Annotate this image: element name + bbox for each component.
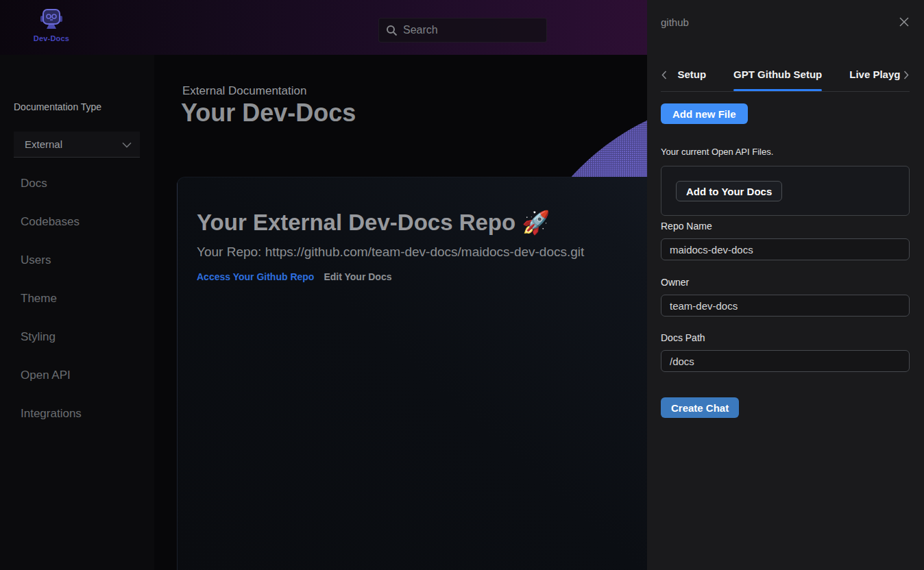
sidebar-item-open-api[interactable]: Open API [0, 356, 154, 395]
sidebar-item-styling[interactable]: Styling [0, 318, 154, 356]
chevron-left-icon[interactable] [661, 69, 668, 79]
edit-your-docs-link[interactable]: Edit Your Docs [324, 271, 391, 282]
tab-gpt-github-setup-label: GPT Github Setup [733, 69, 822, 80]
doc-type-section-label: Documentation Type [14, 101, 101, 112]
open-api-files-note: Your current Open API Files. [661, 147, 910, 157]
sidebar-nav: Docs Codebases Users Theme Styling Open … [0, 164, 154, 433]
create-chat-button[interactable]: Create Chat [661, 397, 739, 418]
chevron-right-icon[interactable] [903, 69, 910, 79]
drawer-tabs: Setup GPT Github Setup Live Playgrou [661, 69, 910, 92]
tab-live-playground[interactable]: Live Playgrou [849, 69, 899, 90]
breadcrumb: External Documentation [182, 84, 306, 98]
add-new-file-button[interactable]: Add new File [661, 103, 748, 124]
github-drawer-panel: github Setup GPT Github Setup Live Playg… [647, 0, 924, 570]
owner-label: Owner [661, 277, 910, 288]
close-icon[interactable] [897, 15, 911, 29]
sidebar-item-theme[interactable]: Theme [0, 280, 154, 318]
owner-input[interactable] [661, 295, 910, 317]
logo-wordmark: Dev-Docs [32, 34, 71, 42]
repo-name-label: Repo Name [661, 221, 910, 232]
search-input[interactable] [403, 24, 545, 36]
tab-gpt-github-setup[interactable]: GPT Github Setup [733, 69, 822, 90]
drawer-title: github [661, 16, 689, 28]
sidebar-item-users[interactable]: Users [0, 241, 154, 280]
app-logo[interactable]: Dev-Docs [32, 7, 71, 42]
page-title: Your Dev-Docs [181, 99, 356, 127]
drawer-header: github [661, 0, 910, 27]
access-github-repo-link[interactable]: Access Your Github Repo [197, 271, 314, 282]
chevron-down-icon [122, 138, 132, 151]
search-icon [386, 25, 398, 36]
doc-type-select[interactable]: External [14, 132, 140, 158]
active-tab-indicator [733, 89, 822, 91]
global-search[interactable] [378, 18, 547, 42]
docs-path-label: Docs Path [661, 332, 910, 343]
sidebar-item-codebases[interactable]: Codebases [0, 203, 154, 241]
repo-name-input[interactable] [661, 238, 910, 260]
sidebar-item-integrations[interactable]: Integrations [0, 395, 154, 433]
sidebar-item-docs[interactable]: Docs [0, 164, 154, 203]
open-api-files-box: Add to Your Docs [661, 166, 910, 216]
tab-setup[interactable]: Setup [677, 69, 706, 90]
sidebar: Documentation Type External Docs Codebas… [0, 55, 154, 570]
docs-path-input[interactable] [661, 350, 910, 372]
doc-type-selected-value: External [25, 138, 122, 150]
add-to-your-docs-button[interactable]: Add to Your Docs [676, 181, 782, 201]
robot-logo-icon [40, 21, 63, 32]
